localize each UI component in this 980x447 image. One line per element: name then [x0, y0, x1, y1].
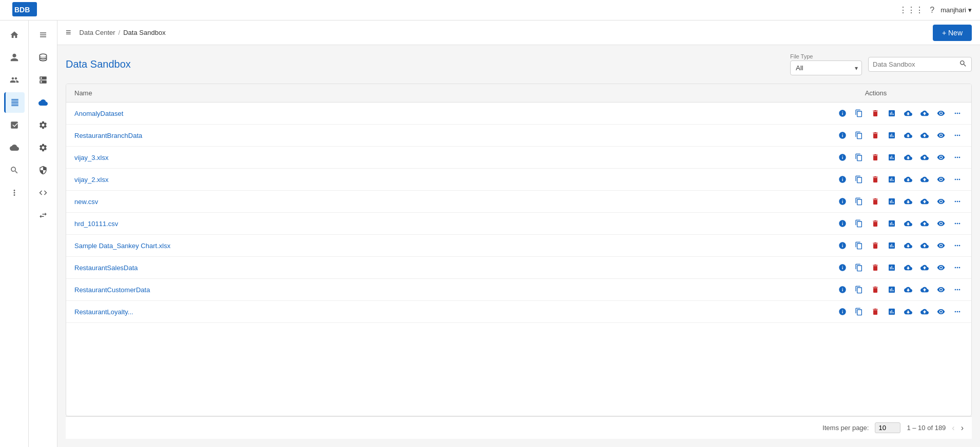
pagination-prev[interactable]: ‹ [952, 423, 954, 433]
nav-user[interactable] [4, 47, 25, 68]
chart-icon[interactable] [886, 284, 897, 295]
copy-icon[interactable] [853, 152, 865, 163]
info-icon[interactable] [837, 262, 848, 273]
chart-icon[interactable] [886, 196, 897, 207]
download-icon[interactable] [903, 218, 914, 229]
copy-icon[interactable] [853, 262, 865, 273]
download-icon[interactable] [903, 174, 914, 185]
delete-icon[interactable] [870, 130, 881, 141]
delete-icon[interactable] [870, 306, 881, 317]
more-icon[interactable] [952, 174, 963, 185]
chart-icon[interactable] [886, 152, 897, 163]
upload-icon[interactable] [919, 130, 930, 141]
view-icon[interactable] [935, 218, 947, 229]
info-icon[interactable] [837, 284, 848, 295]
sidebar-database[interactable] [33, 47, 53, 68]
download-icon[interactable] [903, 152, 914, 163]
sidebar-cloud[interactable] [33, 92, 53, 113]
view-icon[interactable] [935, 108, 947, 119]
upload-icon[interactable] [919, 196, 930, 207]
upload-icon[interactable] [919, 284, 930, 295]
copy-icon[interactable] [853, 218, 865, 229]
download-icon[interactable] [903, 306, 914, 317]
chart-icon[interactable] [886, 174, 897, 185]
info-icon[interactable] [837, 108, 848, 119]
info-icon[interactable] [837, 152, 848, 163]
search-icon[interactable] [959, 59, 967, 69]
info-icon[interactable] [837, 240, 848, 251]
copy-icon[interactable] [853, 284, 865, 295]
file-type-select[interactable]: All CSV XLSX JSON [790, 60, 862, 75]
download-icon[interactable] [903, 196, 914, 207]
info-icon[interactable] [837, 218, 848, 229]
copy-icon[interactable] [853, 306, 865, 317]
view-icon[interactable] [935, 284, 947, 295]
sidebar-server[interactable] [33, 70, 53, 90]
sidebar-code[interactable] [33, 182, 53, 203]
delete-icon[interactable] [870, 174, 881, 185]
view-icon[interactable] [935, 196, 947, 207]
copy-icon[interactable] [853, 196, 865, 207]
delete-icon[interactable] [870, 240, 881, 251]
more-icon[interactable] [952, 306, 963, 317]
row-file-name[interactable]: vijay_2.xlsx [74, 176, 789, 184]
nav-settings[interactable] [4, 182, 25, 203]
download-icon[interactable] [903, 284, 914, 295]
row-file-name[interactable]: RestaurantLoyalty... [74, 308, 789, 316]
upload-icon[interactable] [919, 218, 930, 229]
download-icon[interactable] [903, 130, 914, 141]
chart-icon[interactable] [886, 218, 897, 229]
delete-icon[interactable] [870, 196, 881, 207]
row-file-name[interactable]: hrd_10111.csv [74, 220, 789, 228]
sidebar-security[interactable] [33, 160, 53, 180]
row-file-name[interactable]: RestaurantCustomerData [74, 286, 789, 294]
copy-icon[interactable] [853, 108, 865, 119]
view-icon[interactable] [935, 240, 947, 251]
sidebar-transform[interactable] [33, 205, 53, 226]
sidebar-settings1[interactable] [33, 115, 53, 135]
download-icon[interactable] [903, 262, 914, 273]
nav-cloud[interactable] [4, 137, 25, 158]
copy-icon[interactable] [853, 174, 865, 185]
more-icon[interactable] [952, 196, 963, 207]
delete-icon[interactable] [870, 284, 881, 295]
pagination-next[interactable]: › [961, 423, 964, 433]
info-icon[interactable] [837, 196, 848, 207]
user-menu[interactable]: manjhari ▾ [940, 6, 972, 14]
upload-icon[interactable] [919, 174, 930, 185]
grid-icon[interactable]: ⋮⋮⋮ [899, 5, 924, 15]
sidebar-settings2[interactable] [33, 137, 53, 158]
nav-reports[interactable] [4, 115, 25, 135]
row-file-name[interactable]: Sample Data_Sankey Chart.xlsx [74, 242, 789, 250]
chart-icon[interactable] [886, 108, 897, 119]
delete-icon[interactable] [870, 262, 881, 273]
upload-icon[interactable] [919, 240, 930, 251]
new-button[interactable]: + New [933, 25, 972, 41]
view-icon[interactable] [935, 152, 947, 163]
row-file-name[interactable]: new.csv [74, 198, 789, 206]
copy-icon[interactable] [853, 240, 865, 251]
breadcrumb-root[interactable]: Data Center [80, 29, 115, 36]
upload-icon[interactable] [919, 262, 930, 273]
more-icon[interactable] [952, 130, 963, 141]
chart-icon[interactable] [886, 262, 897, 273]
more-icon[interactable] [952, 262, 963, 273]
chart-icon[interactable] [886, 130, 897, 141]
chart-icon[interactable] [886, 240, 897, 251]
delete-icon[interactable] [870, 152, 881, 163]
copy-icon[interactable] [853, 130, 865, 141]
chart-icon[interactable] [886, 306, 897, 317]
nav-group[interactable] [4, 70, 25, 90]
more-icon[interactable] [952, 218, 963, 229]
view-icon[interactable] [935, 306, 947, 317]
info-icon[interactable] [837, 306, 848, 317]
view-icon[interactable] [935, 262, 947, 273]
more-icon[interactable] [952, 240, 963, 251]
more-icon[interactable] [952, 108, 963, 119]
nav-home[interactable] [4, 25, 25, 45]
sidebar-datacenter[interactable] [33, 25, 53, 45]
more-icon[interactable] [952, 284, 963, 295]
upload-icon[interactable] [919, 108, 930, 119]
delete-icon[interactable] [870, 218, 881, 229]
download-icon[interactable] [903, 240, 914, 251]
